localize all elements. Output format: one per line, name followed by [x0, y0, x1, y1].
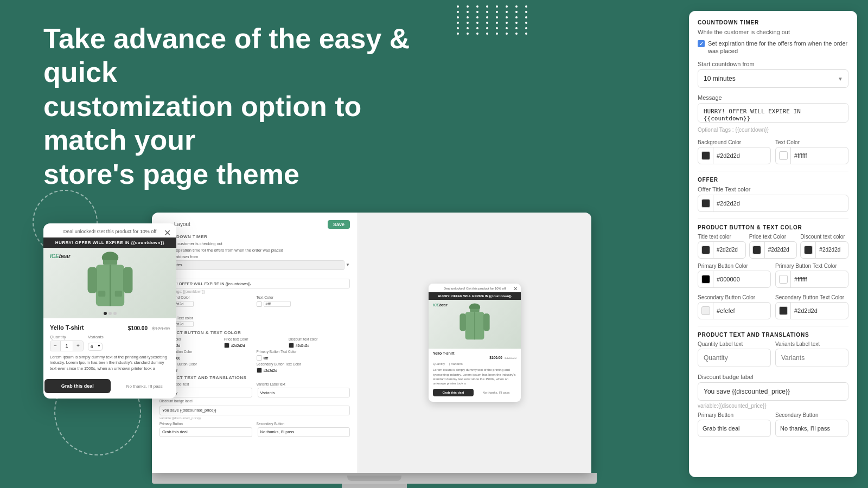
discount-color-label: Discount text color — [800, 234, 848, 240]
primary-btn-field-label: Primary Button — [698, 412, 771, 418]
offer-title-label: Offer Title Text color — [698, 186, 848, 192]
panel-secondary-btn-input[interactable] — [258, 427, 350, 437]
panel-discount-badge-label: Discount badge label — [159, 399, 350, 403]
start-countdown-select[interactable]: 10 minutes — [698, 69, 848, 88]
title-color-hex: #2d2d2d — [713, 247, 745, 253]
panel-offer-color-field: #2d2d2d — [159, 321, 350, 327]
panel-price-swatch[interactable] — [224, 343, 229, 348]
primary-btn-text-color-group: Primary Button Text Color #ffffff — [775, 263, 848, 288]
qty-label-text: Quantity Label text — [698, 341, 771, 347]
primary-btn-color-dot — [701, 275, 710, 284]
offer-title-hex: #2d2d2d — [713, 200, 848, 207]
start-countdown-select-wrapper: 10 minutes — [698, 69, 848, 88]
right-customization-panel: COUNTDOWN TIMER While the customer is ch… — [689, 11, 857, 477]
panel-start-select[interactable]: 10 minutes — [159, 260, 344, 270]
preview-secondary-button[interactable]: No thanks, I'll pass — [476, 389, 516, 396]
panel-translations-inputs — [159, 388, 350, 397]
preview-qty-row: Quantity | Variants — [433, 362, 516, 365]
popup-variant-select[interactable]: 6 — [88, 343, 103, 351]
primary-btn-color-swatch — [698, 271, 713, 287]
layout-panel-header: ← ← Layout Save — [159, 220, 350, 229]
panel-text-color-swatch[interactable] — [257, 301, 262, 307]
secondary-btn-color-label: Secondary Button Color — [698, 294, 771, 300]
discount-badge-label: Discount badge label — [698, 374, 848, 380]
mockup-area: ✕ Deal unlocked! Get this product for 10… — [43, 213, 564, 472]
secondary-btn-color-input[interactable]: #efefef — [698, 302, 771, 319]
text-color-label: Text Color — [775, 139, 848, 145]
panel-product-color-swatches: #2d2d2d #2d2d2d #2d2d2d — [159, 343, 350, 348]
panel-message-input[interactable] — [159, 279, 350, 288]
panel-offer-label: OFFER — [159, 309, 350, 314]
main-heading: Take advance of the easy & quick customi… — [43, 22, 423, 191]
primary-btn-text-color-input[interactable]: #ffffff — [775, 271, 848, 288]
panel-secondary-btn-labels: Secondary Button Color Secondary Button … — [159, 362, 350, 366]
bg-text-color-row: Background Color #2d2d2d Text Color #fff… — [698, 139, 848, 164]
laptop-stand — [342, 484, 407, 488]
preview-primary-button[interactable]: Grab this deal — [433, 389, 474, 396]
qty-label-input[interactable] — [698, 349, 771, 367]
secondary-btn-group: Secondary Button — [775, 412, 848, 437]
panel-countdown-label: COUNTDOWN TIMER — [159, 234, 350, 239]
preview-product-info: Yello T-shirt $100.00 $120.00 Quantity |… — [429, 349, 521, 402]
price-color-label: Price text Color — [749, 234, 797, 240]
popup-qty-label: Quantity — [50, 335, 84, 339]
popup-secondary-button[interactable]: No thanks, I'll pass — [114, 379, 176, 393]
laptop-base — [152, 473, 597, 484]
text-color-swatch — [776, 147, 791, 164]
svg-rect-4 — [123, 267, 132, 293]
panel-discount-badge-input[interactable] — [159, 406, 350, 415]
preview-product-image: ICEbear — [429, 300, 521, 349]
discount-badge-input[interactable] — [698, 382, 848, 401]
panel-primary-btn-labels: Primary Button Color Primary Button Text… — [159, 350, 350, 354]
price-color-input[interactable]: #2d2d2d — [749, 241, 797, 259]
offer-title-color-input[interactable]: #2d2d2d — [698, 195, 848, 212]
expiration-checkbox-label: Set expiration time for the offers from … — [708, 40, 848, 55]
popup-primary-button[interactable]: Grab this deal — [44, 379, 111, 393]
translations-row: Quantity Label text Variants Label text — [698, 341, 848, 367]
text-color-hex: #ffffff — [791, 152, 848, 159]
panel-translations-labels: Quantity Label text Variants Label text — [159, 382, 350, 386]
popup-description: Lorem Ipsum is simply dummy text of the … — [50, 355, 170, 372]
layout-save-button[interactable]: Save — [328, 220, 350, 229]
title-color-input[interactable]: #2d2d2d — [698, 241, 746, 259]
panel-variants-input[interactable] — [258, 388, 350, 397]
bg-color-input[interactable]: #2d2d2d — [698, 147, 771, 164]
message-input[interactable]: HURRY! OFFER WILL EXPIRE IN {{countdown}… — [698, 103, 848, 123]
title-color-label: Title text color — [698, 234, 746, 240]
message-label: Message — [698, 94, 848, 101]
preview-close-icon[interactable]: ✕ — [513, 286, 518, 292]
secondary-btn-color-hex: #efefef — [713, 307, 770, 314]
panel-primary-btn-input[interactable] — [159, 427, 252, 437]
secondary-btn-text-color-input[interactable]: #2d2d2d — [775, 302, 848, 319]
preview-countdown: HURRY! OFFER WILL EXPIRE IN {{countdown}… — [429, 292, 521, 300]
panel-secondary-btn-text-swatch[interactable] — [257, 368, 262, 373]
divider-1 — [698, 171, 848, 171]
expiration-checkbox-row: Set expiration time for the offers from … — [698, 40, 848, 55]
divider-3 — [698, 326, 848, 326]
primary-btn-group: Primary Button — [698, 412, 771, 437]
primary-btn-color-label: Primary Button Color — [698, 263, 771, 269]
popup-qty-increase[interactable]: + — [73, 341, 83, 351]
title-color-dot — [701, 246, 710, 254]
panel-primary-btn-text-swatch[interactable] — [257, 355, 262, 361]
primary-btn-text-color-label: Primary Button Text Color — [775, 263, 848, 269]
variants-label-text: Variants Label text — [775, 341, 848, 347]
popup-close-button[interactable]: ✕ — [164, 228, 171, 238]
panel-discount-swatch[interactable] — [289, 343, 294, 348]
btn-pair: Primary Button Secondary Button — [698, 412, 848, 437]
secondary-btn-field-label: Secondary Button — [775, 412, 848, 418]
discount-color-input[interactable]: #2d2d2d — [800, 241, 848, 259]
primary-btn-color-input[interactable]: #000000 — [698, 271, 771, 288]
qty-label-group: Quantity Label text — [698, 341, 771, 367]
primary-btn-input[interactable] — [698, 420, 771, 437]
secondary-btn-input[interactable] — [775, 420, 848, 437]
variants-label-input[interactable] — [775, 349, 848, 367]
preview-brand: ICEbear — [433, 303, 447, 307]
text-color-input[interactable]: #ffffff — [775, 147, 848, 164]
svg-rect-12 — [483, 314, 490, 331]
laptop-mockup: ← ← Layout Save COUNTDOWN TIMER While th… — [152, 213, 597, 488]
panel-btn-labels: Primary Button Secondary Button — [159, 422, 350, 426]
panel-color-swatches-bg-text: #2d2d2d #fff — [159, 301, 350, 307]
expiration-checkbox[interactable] — [698, 40, 705, 47]
popup-qty-decrease[interactable]: − — [50, 341, 60, 351]
